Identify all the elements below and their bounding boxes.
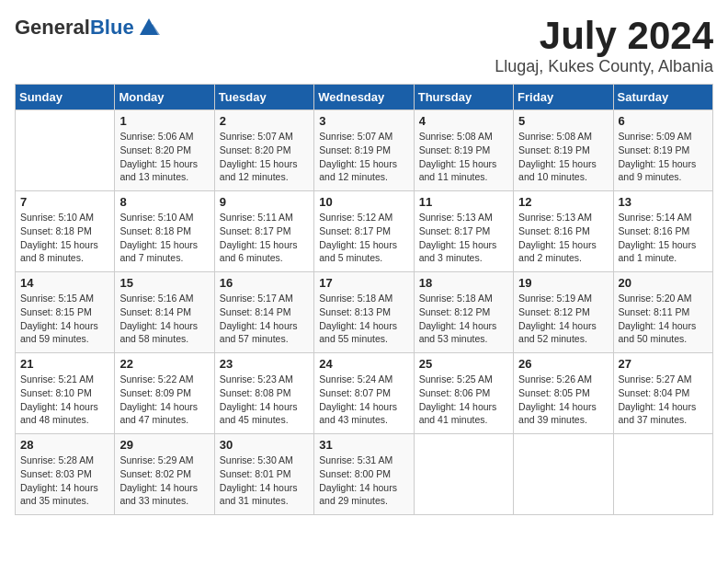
day-cell: 12Sunrise: 5:13 AM Sunset: 8:16 PM Dayli…: [514, 191, 613, 272]
day-info: Sunrise: 5:25 AM Sunset: 8:06 PM Dayligh…: [419, 373, 508, 427]
header-sunday: Sunday: [16, 85, 115, 110]
day-cell: [613, 434, 712, 515]
day-info: Sunrise: 5:11 AM Sunset: 8:17 PM Dayligh…: [220, 211, 309, 265]
day-info: Sunrise: 5:22 AM Sunset: 8:09 PM Dayligh…: [119, 373, 209, 427]
day-cell: 2Sunrise: 5:07 AM Sunset: 8:20 PM Daylig…: [214, 110, 313, 191]
day-cell: 5Sunrise: 5:08 AM Sunset: 8:19 PM Daylig…: [514, 110, 613, 191]
day-number: 13: [619, 195, 708, 209]
day-cell: 16Sunrise: 5:17 AM Sunset: 8:14 PM Dayli…: [214, 272, 313, 353]
day-cell: 1Sunrise: 5:06 AM Sunset: 8:20 PM Daylig…: [115, 110, 214, 191]
day-info: Sunrise: 5:29 AM Sunset: 8:02 PM Dayligh…: [119, 454, 209, 508]
day-number: 15: [119, 276, 209, 290]
header-tuesday: Tuesday: [214, 85, 313, 110]
day-info: Sunrise: 5:13 AM Sunset: 8:17 PM Dayligh…: [419, 211, 508, 265]
day-cell: [414, 434, 513, 515]
day-number: 3: [319, 114, 408, 128]
day-cell: 18Sunrise: 5:18 AM Sunset: 8:12 PM Dayli…: [414, 272, 513, 353]
day-cell: 13Sunrise: 5:14 AM Sunset: 8:16 PM Dayli…: [613, 191, 712, 272]
header-saturday: Saturday: [613, 85, 712, 110]
day-number: 7: [20, 195, 109, 209]
day-cell: 11Sunrise: 5:13 AM Sunset: 8:17 PM Dayli…: [414, 191, 513, 272]
day-info: Sunrise: 5:06 AM Sunset: 8:20 PM Dayligh…: [119, 130, 209, 184]
day-number: 14: [20, 276, 109, 290]
day-number: 22: [119, 357, 209, 371]
day-info: Sunrise: 5:09 AM Sunset: 8:19 PM Dayligh…: [619, 130, 708, 184]
day-cell: 21Sunrise: 5:21 AM Sunset: 8:10 PM Dayli…: [16, 353, 115, 434]
day-cell: 14Sunrise: 5:15 AM Sunset: 8:15 PM Dayli…: [16, 272, 115, 353]
day-info: Sunrise: 5:28 AM Sunset: 8:03 PM Dayligh…: [20, 454, 109, 508]
day-number: 24: [319, 357, 408, 371]
day-cell: 25Sunrise: 5:25 AM Sunset: 8:06 PM Dayli…: [414, 353, 513, 434]
day-number: 8: [119, 195, 209, 209]
week-row-3: 14Sunrise: 5:15 AM Sunset: 8:15 PM Dayli…: [16, 272, 713, 353]
header-friday: Friday: [514, 85, 613, 110]
day-info: Sunrise: 5:18 AM Sunset: 8:13 PM Dayligh…: [319, 292, 408, 346]
day-number: 2: [220, 114, 309, 128]
month-title: July 2024: [495, 15, 713, 57]
day-cell: 6Sunrise: 5:09 AM Sunset: 8:19 PM Daylig…: [613, 110, 712, 191]
header-wednesday: Wednesday: [314, 85, 414, 110]
day-number: 11: [419, 195, 508, 209]
day-cell: 15Sunrise: 5:16 AM Sunset: 8:14 PM Dayli…: [115, 272, 214, 353]
day-number: 21: [20, 357, 109, 371]
week-row-5: 28Sunrise: 5:28 AM Sunset: 8:03 PM Dayli…: [16, 434, 713, 515]
day-cell: 3Sunrise: 5:07 AM Sunset: 8:19 PM Daylig…: [314, 110, 414, 191]
day-cell: 30Sunrise: 5:30 AM Sunset: 8:01 PM Dayli…: [214, 434, 313, 515]
day-cell: 31Sunrise: 5:31 AM Sunset: 8:00 PM Dayli…: [314, 434, 414, 515]
day-number: 19: [518, 276, 608, 290]
day-cell: 26Sunrise: 5:26 AM Sunset: 8:05 PM Dayli…: [514, 353, 613, 434]
day-number: 31: [319, 438, 408, 452]
day-number: 6: [619, 114, 708, 128]
day-info: Sunrise: 5:19 AM Sunset: 8:12 PM Dayligh…: [518, 292, 608, 346]
day-number: 20: [619, 276, 708, 290]
day-info: Sunrise: 5:20 AM Sunset: 8:11 PM Dayligh…: [619, 292, 708, 346]
day-info: Sunrise: 5:30 AM Sunset: 8:01 PM Dayligh…: [220, 454, 309, 508]
day-number: 9: [220, 195, 309, 209]
day-cell: 29Sunrise: 5:29 AM Sunset: 8:02 PM Dayli…: [115, 434, 214, 515]
header: GeneralBlue July 2024 Llugaj, Kukes Coun…: [15, 15, 713, 76]
day-cell: 8Sunrise: 5:10 AM Sunset: 8:18 PM Daylig…: [115, 191, 214, 272]
day-number: 26: [518, 357, 608, 371]
header-thursday: Thursday: [414, 85, 513, 110]
logo-blue: Blue: [90, 16, 134, 39]
day-number: 12: [518, 195, 608, 209]
day-cell: [16, 110, 115, 191]
day-number: 10: [319, 195, 408, 209]
day-number: 4: [419, 114, 508, 128]
day-info: Sunrise: 5:17 AM Sunset: 8:14 PM Dayligh…: [220, 292, 309, 346]
day-number: 30: [220, 438, 309, 452]
day-cell: 20Sunrise: 5:20 AM Sunset: 8:11 PM Dayli…: [613, 272, 712, 353]
day-cell: 4Sunrise: 5:08 AM Sunset: 8:19 PM Daylig…: [414, 110, 513, 191]
day-number: 28: [20, 438, 109, 452]
day-info: Sunrise: 5:15 AM Sunset: 8:15 PM Dayligh…: [20, 292, 109, 346]
week-row-1: 1Sunrise: 5:06 AM Sunset: 8:20 PM Daylig…: [16, 110, 713, 191]
day-cell: 28Sunrise: 5:28 AM Sunset: 8:03 PM Dayli…: [16, 434, 115, 515]
header-monday: Monday: [115, 85, 214, 110]
day-cell: 10Sunrise: 5:12 AM Sunset: 8:17 PM Dayli…: [314, 191, 414, 272]
day-cell: 23Sunrise: 5:23 AM Sunset: 8:08 PM Dayli…: [214, 353, 313, 434]
day-info: Sunrise: 5:18 AM Sunset: 8:12 PM Dayligh…: [419, 292, 508, 346]
day-info: Sunrise: 5:26 AM Sunset: 8:05 PM Dayligh…: [518, 373, 608, 427]
location-title: Llugaj, Kukes County, Albania: [495, 57, 713, 76]
day-info: Sunrise: 5:31 AM Sunset: 8:00 PM Dayligh…: [319, 454, 408, 508]
logo: GeneralBlue: [15, 15, 162, 40]
week-row-2: 7Sunrise: 5:10 AM Sunset: 8:18 PM Daylig…: [16, 191, 713, 272]
week-row-4: 21Sunrise: 5:21 AM Sunset: 8:10 PM Dayli…: [16, 353, 713, 434]
day-info: Sunrise: 5:23 AM Sunset: 8:08 PM Dayligh…: [220, 373, 309, 427]
day-cell: 19Sunrise: 5:19 AM Sunset: 8:12 PM Dayli…: [514, 272, 613, 353]
day-number: 1: [119, 114, 209, 128]
logo-general: General: [15, 16, 90, 39]
day-info: Sunrise: 5:07 AM Sunset: 8:19 PM Dayligh…: [319, 130, 408, 184]
day-number: 16: [220, 276, 309, 290]
day-cell: 17Sunrise: 5:18 AM Sunset: 8:13 PM Dayli…: [314, 272, 414, 353]
title-area: July 2024 Llugaj, Kukes County, Albania: [495, 15, 713, 76]
day-info: Sunrise: 5:24 AM Sunset: 8:07 PM Dayligh…: [319, 373, 408, 427]
day-info: Sunrise: 5:08 AM Sunset: 8:19 PM Dayligh…: [518, 130, 608, 184]
day-info: Sunrise: 5:10 AM Sunset: 8:18 PM Dayligh…: [20, 211, 109, 265]
day-info: Sunrise: 5:08 AM Sunset: 8:19 PM Dayligh…: [419, 130, 508, 184]
day-info: Sunrise: 5:14 AM Sunset: 8:16 PM Dayligh…: [619, 211, 708, 265]
day-number: 27: [619, 357, 708, 371]
day-info: Sunrise: 5:16 AM Sunset: 8:14 PM Dayligh…: [119, 292, 209, 346]
day-cell: 7Sunrise: 5:10 AM Sunset: 8:18 PM Daylig…: [16, 191, 115, 272]
logo-icon: [136, 15, 162, 40]
